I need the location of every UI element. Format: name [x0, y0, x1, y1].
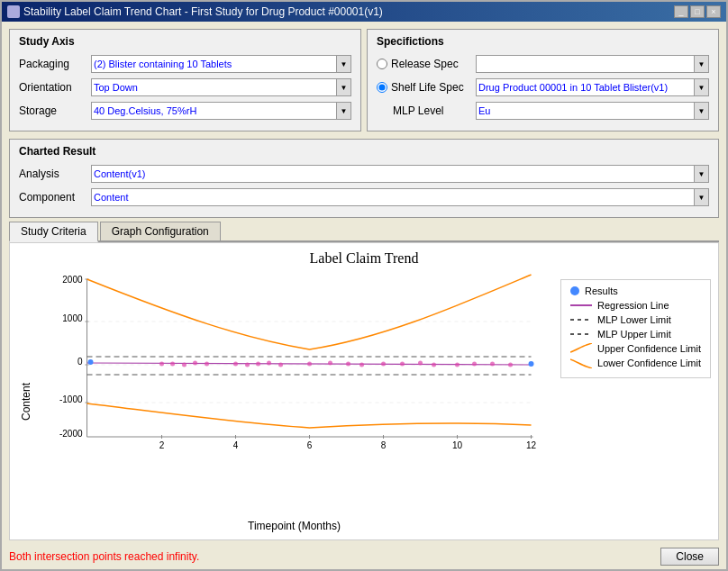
x-axis-label: Timepoint (Months)	[35, 516, 553, 532]
title-bar-left: Stability Label Claim Trend Chart - Firs…	[7, 5, 383, 18]
close-button[interactable]: Close	[660, 548, 719, 566]
orientation-row: Orientation Top Down ▼	[19, 78, 351, 96]
component-select-wrapper[interactable]: Content ▼	[91, 188, 709, 206]
mlp-level-spacer: MLP Level	[377, 104, 476, 117]
release-spec-radio[interactable]	[377, 59, 387, 69]
minimize-button[interactable]: _	[674, 5, 688, 18]
release-spec-radio-label[interactable]: Release Spec	[377, 58, 476, 70]
data-point-2	[170, 362, 175, 367]
legend-regression-line	[570, 304, 592, 306]
charted-result-section: Charted Result Analysis Content(v1) ▼ Co…	[9, 139, 719, 218]
shelf-life-spec-select[interactable]: Drug Product 00001 in 10 Tablet Blister(…	[476, 78, 709, 96]
data-point-0	[88, 359, 94, 365]
storage-label: Storage	[19, 104, 91, 117]
analysis-select-wrapper[interactable]: Content(v1) ▼	[91, 165, 709, 183]
data-point-m4	[400, 362, 405, 367]
shelf-life-spec-select-wrapper[interactable]: Drug Product 00001 in 10 Tablet Blister(…	[476, 78, 709, 96]
svg-text:2: 2	[159, 440, 165, 450]
analysis-row: Analysis Content(v1) ▼	[19, 165, 709, 183]
data-point-m1	[328, 361, 332, 366]
chart-svg-area: 2000 1000 0 -1000 -2000	[35, 270, 553, 516]
legend-results: Results	[570, 286, 701, 296]
svg-text:10: 10	[452, 440, 463, 450]
study-axis-panel: Study Axis Packaging (2) Blister contain…	[9, 29, 361, 131]
mlp-level-select-wrapper[interactable]: Eu ▼	[476, 102, 709, 120]
data-point-m7	[472, 362, 477, 367]
data-point-12	[381, 362, 386, 367]
maximize-button[interactable]: □	[690, 5, 705, 18]
svg-text:1000: 1000	[62, 313, 83, 323]
data-point-1	[159, 362, 164, 367]
component-label: Component	[19, 191, 91, 204]
legend-lower-conf-icon	[570, 358, 592, 368]
tab-graph-configuration[interactable]: Graph Configuration	[100, 222, 221, 240]
component-row: Component Content ▼	[19, 188, 709, 206]
legend-regression: Regression Line	[570, 300, 701, 311]
shelf-life-spec-radio-label[interactable]: Shelf Life Spec	[377, 81, 476, 94]
component-select[interactable]: Content	[91, 188, 709, 206]
shelf-life-spec-row: Shelf Life Spec Drug Product 00001 in 10…	[377, 78, 709, 96]
legend-mlp-upper-label: MLP Upper Limit	[597, 329, 671, 340]
mlp-level-label: MLP Level	[393, 104, 443, 117]
legend-upper-conf-icon	[570, 343, 592, 354]
legend-mlp-lower-line	[570, 319, 592, 321]
legend-mlp-upper-line	[570, 333, 592, 335]
data-point-11	[307, 362, 312, 367]
legend-lower-conf: Lower Confidence Limit	[570, 358, 701, 368]
main-window: Stability Label Claim Trend Chart - Firs…	[0, 0, 728, 571]
app-icon	[7, 5, 20, 18]
top-panels: Study Axis Packaging (2) Blister contain…	[2, 22, 726, 139]
upper-confidence-line	[87, 275, 532, 349]
svg-text:-2000: -2000	[59, 429, 83, 439]
chart-inner: 2000 1000 0 -1000 -2000	[35, 270, 553, 532]
study-axis-title: Study Axis	[19, 35, 351, 48]
release-spec-select[interactable]	[476, 55, 709, 73]
legend-regression-label: Regression Line	[597, 300, 669, 311]
legend-upper-conf: Upper Confidence Limit	[570, 343, 701, 354]
chart-area: Label Claim Trend Content 2000 100	[9, 242, 719, 540]
legend-mlp-lower-label: MLP Lower Limit	[597, 314, 671, 325]
orientation-select[interactable]: Top Down	[91, 78, 351, 96]
data-point-m6	[432, 363, 436, 367]
storage-select-wrapper[interactable]: 40 Deg.Celsius, 75%rH ▼	[91, 102, 351, 120]
y-axis-label: Content	[17, 270, 35, 532]
chart-container: Content 2000 1000	[17, 270, 711, 532]
legend-mlp-upper: MLP Upper Limit	[570, 329, 701, 340]
svg-text:2000: 2000	[62, 275, 83, 285]
svg-text:4: 4	[233, 440, 239, 450]
shelf-life-spec-radio[interactable]	[377, 82, 387, 93]
tab-study-criteria[interactable]: Study Criteria	[9, 222, 98, 242]
storage-select[interactable]: 40 Deg.Celsius, 75%rH	[91, 102, 351, 120]
charted-result-title: Charted Result	[19, 145, 709, 158]
storage-row: Storage 40 Deg.Celsius, 75%rH ▼	[19, 102, 351, 120]
data-point-m5	[418, 361, 423, 366]
legend-upper-conf-label: Upper Confidence Limit	[597, 343, 701, 354]
close-titlebar-button[interactable]: ×	[706, 5, 721, 18]
svg-text:0: 0	[77, 357, 83, 367]
mlp-level-row: MLP Level Eu ▼	[377, 102, 709, 120]
specifications-title: Specifictions	[377, 35, 709, 48]
data-point-3	[182, 363, 187, 367]
mlp-level-select[interactable]: Eu	[476, 102, 709, 120]
specifications-panel: Specifictions Release Spec ▼ Shelf Life …	[367, 29, 719, 131]
packaging-select[interactable]: (2) Blister containing 10 Tablets	[91, 55, 351, 73]
svg-text:12: 12	[526, 440, 537, 450]
analysis-select[interactable]: Content(v1)	[91, 165, 709, 183]
packaging-row: Packaging (2) Blister containing 10 Tabl…	[19, 55, 351, 73]
title-bar-buttons[interactable]: _ □ ×	[674, 5, 721, 18]
legend-results-dot	[570, 286, 579, 295]
packaging-select-wrapper[interactable]: (2) Blister containing 10 Tablets ▼	[91, 55, 351, 73]
orientation-label: Orientation	[19, 81, 91, 94]
data-point-end	[529, 361, 534, 367]
orientation-select-wrapper[interactable]: Top Down ▼	[91, 78, 351, 96]
data-point-m2	[346, 362, 350, 367]
data-point-m8	[490, 362, 495, 367]
lower-confidence-line	[87, 403, 532, 428]
svg-text:8: 8	[381, 440, 387, 450]
bottom-bar: Both intersection points reached infinit…	[2, 544, 726, 569]
chart-title: Label Claim Trend	[310, 250, 419, 267]
tabs-bar: Study Criteria Graph Configuration	[9, 222, 719, 242]
title-bar: Stability Label Claim Trend Chart - Firs…	[2, 2, 726, 22]
release-spec-select-wrapper[interactable]: ▼	[476, 55, 709, 73]
window-title: Stability Label Claim Trend Chart - Firs…	[23, 5, 383, 18]
